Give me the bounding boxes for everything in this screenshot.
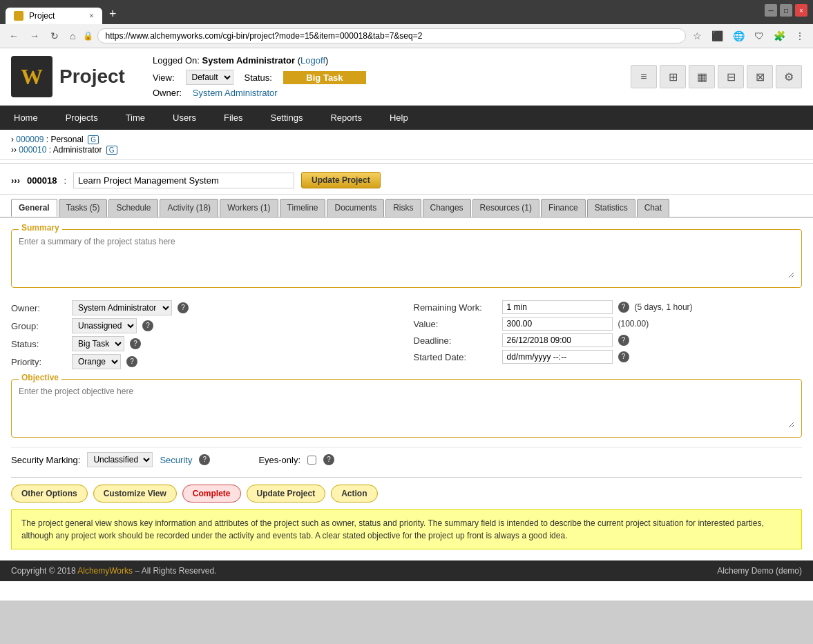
forward-button[interactable]: →	[26, 29, 43, 43]
toolbar-icon-table[interactable]: ⊟	[718, 65, 744, 88]
started-input[interactable]	[502, 350, 613, 364]
nav-home[interactable]: Home	[0, 106, 52, 130]
customize-view-button[interactable]: Customize View	[93, 485, 177, 502]
breadcrumb-link-000009[interactable]: 000009	[16, 135, 44, 144]
owner-select[interactable]: System Administrator	[72, 300, 172, 315]
nav-reports[interactable]: Reports	[316, 106, 376, 130]
security-help-icon[interactable]: ?	[199, 454, 210, 465]
nav-users[interactable]: Users	[159, 106, 210, 130]
tab-finance[interactable]: Finance	[541, 199, 586, 217]
view-select[interactable]: Default	[186, 70, 233, 85]
toolbar-icon-settings[interactable]: ⚙	[776, 65, 802, 88]
menu-button[interactable]: ⋮	[792, 29, 807, 43]
window-close[interactable]: ×	[795, 4, 807, 17]
app-header: W Project Logged On: System Administrato…	[0, 48, 813, 106]
security-marking-select[interactable]: Unclassified	[87, 452, 153, 467]
logo: W Project	[11, 56, 125, 97]
status-label: Status:	[11, 339, 66, 349]
toolbar-icon-grid[interactable]: ⊞	[660, 65, 686, 88]
priority-select[interactable]: Orange	[72, 354, 121, 369]
tab-activity[interactable]: Activity (18)	[160, 199, 218, 217]
priority-help-icon[interactable]: ?	[126, 356, 137, 367]
logo-text: Project	[59, 66, 125, 88]
window-maximize[interactable]: □	[780, 4, 792, 17]
project-id: 000018	[27, 175, 57, 186]
breadcrumb-row-2: ›› 000010 : Administrator G	[11, 145, 802, 155]
security-link[interactable]: Security	[160, 455, 192, 465]
nav-projects[interactable]: Projects	[52, 106, 112, 130]
puzzle-button[interactable]: 🧩	[771, 29, 788, 43]
status-select[interactable]: Big Task	[72, 336, 124, 351]
window-minimize[interactable]: ─	[765, 4, 777, 17]
tab-risks[interactable]: Risks	[385, 199, 421, 217]
deadline-help-icon[interactable]: ?	[618, 335, 629, 346]
toolbar-icon-columns[interactable]: ▦	[689, 65, 715, 88]
tab-schedule[interactable]: Schedule	[108, 199, 158, 217]
tab-workers[interactable]: Workers (1)	[220, 199, 278, 217]
home-button[interactable]: ⌂	[66, 29, 79, 43]
objective-legend: Objective	[19, 373, 61, 382]
nav-settings[interactable]: Settings	[256, 106, 316, 130]
breadcrumb-g-000010[interactable]: G	[106, 146, 117, 155]
shield-button[interactable]: 🛡	[752, 29, 767, 43]
deadline-label: Deadline:	[414, 335, 497, 346]
tab-general[interactable]: General	[11, 199, 57, 217]
main-nav: Home Projects Time Users Files Settings …	[0, 106, 813, 130]
breadcrumb-g-000009[interactable]: G	[88, 135, 99, 144]
tab-documents[interactable]: Documents	[327, 199, 384, 217]
logoff-link[interactable]: Logoff	[300, 55, 325, 66]
group-row-form: Group: Unassigned ?	[11, 318, 400, 333]
other-options-button[interactable]: Other Options	[11, 485, 88, 502]
breadcrumb-row-1: › 000009 : Personal G	[11, 135, 802, 144]
footer-link[interactable]: AlchemyWorks	[77, 566, 133, 576]
complete-button[interactable]: Complete	[182, 485, 241, 502]
value-input[interactable]	[502, 317, 613, 331]
owner-link[interactable]: System Administrator	[193, 88, 278, 98]
browser-tab[interactable]: Project ×	[6, 8, 102, 24]
new-tab-button[interactable]: +	[104, 4, 122, 24]
owner-help-icon[interactable]: ?	[178, 302, 189, 313]
toolbar-icon-list[interactable]: ≡	[631, 65, 657, 88]
update-project-bottom-btn[interactable]: Update Project	[247, 485, 326, 502]
url-bar[interactable]	[97, 28, 686, 43]
extensions-button[interactable]: ⬛	[709, 29, 726, 43]
eyes-only-checkbox[interactable]	[307, 456, 316, 465]
back-button[interactable]: ←	[6, 29, 22, 43]
refresh-button[interactable]: ↻	[47, 29, 62, 43]
value-note: (100.00)	[618, 319, 649, 329]
started-help-icon[interactable]: ?	[618, 351, 629, 362]
objective-textarea[interactable]	[19, 387, 794, 428]
status-help-icon[interactable]: ?	[130, 338, 141, 349]
tab-changes[interactable]: Changes	[423, 199, 471, 217]
header-row: View: Default Status: Big Task	[153, 70, 377, 85]
priority-row-form: Priority: Orange ?	[11, 354, 400, 369]
status-row-form: Status: Big Task ?	[11, 336, 400, 351]
tab-close-btn[interactable]: ×	[89, 11, 94, 21]
group-help-icon[interactable]: ?	[142, 320, 153, 331]
breadcrumb-link-000010[interactable]: 000010	[19, 145, 46, 155]
profile-button[interactable]: 🌐	[730, 29, 747, 43]
breadcrumb: › 000009 : Personal G ›› 000010 : Admini…	[0, 130, 813, 160]
tab-favicon	[14, 11, 23, 21]
group-select[interactable]: Unassigned	[72, 318, 137, 333]
summary-textarea[interactable]	[19, 237, 794, 278]
update-project-top-btn[interactable]: Update Project	[301, 172, 381, 188]
toolbar-icon-split[interactable]: ⊠	[747, 65, 773, 88]
form-left: Owner: System Administrator ? Group: Una…	[11, 297, 400, 372]
nav-time[interactable]: Time	[112, 106, 159, 130]
tab-timeline[interactable]: Timeline	[280, 199, 326, 217]
tab-resources[interactable]: Resources (1)	[472, 199, 539, 217]
tab-statistics[interactable]: Statistics	[587, 199, 635, 217]
info-box: The project general view shows key infor…	[11, 509, 802, 549]
nav-help[interactable]: Help	[376, 106, 422, 130]
deadline-input[interactable]	[502, 333, 613, 347]
bookmark-button[interactable]: ☆	[690, 29, 705, 43]
project-name-input[interactable]	[73, 173, 294, 188]
tab-chat[interactable]: Chat	[637, 199, 669, 217]
eyes-only-help-icon[interactable]: ?	[323, 454, 334, 465]
remaining-input[interactable]	[502, 300, 613, 314]
tab-tasks[interactable]: Tasks (5)	[59, 199, 108, 217]
action-button[interactable]: Action	[331, 485, 377, 502]
nav-files[interactable]: Files	[210, 106, 256, 130]
remaining-help-icon[interactable]: ?	[618, 302, 629, 313]
